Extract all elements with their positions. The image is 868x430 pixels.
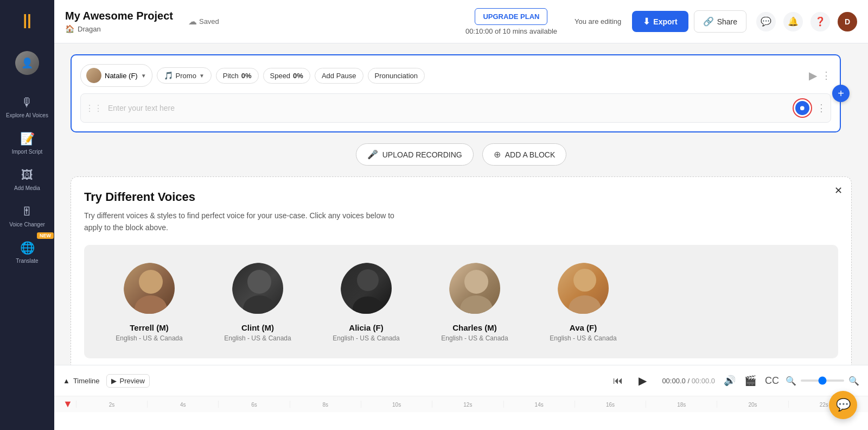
sidebar-item-voice-changer[interactable]: 🎚 Voice Changer <box>3 199 52 233</box>
text-more-button[interactable]: ⋮ <box>816 102 826 114</box>
record-button[interactable]: ⏺ <box>794 99 811 117</box>
voices-grid: Terrell (M) English - US & Canada Clint … <box>84 245 838 358</box>
topbar-left: My Awesome Project 🏠 Dragan <box>65 10 177 33</box>
tick-2s: 2s <box>76 401 147 408</box>
svg-point-0 <box>139 270 163 294</box>
block-toolbar: Natalie (F) ▼ 🎵 Promo ▼ Pitch 0% Speed 0… <box>80 64 831 87</box>
voice-card-alicia[interactable]: Alicia (F) English - US & Canada <box>312 256 420 347</box>
user-menu-button[interactable]: D <box>838 12 857 31</box>
style-promo-button[interactable]: 🎵 Promo ▼ <box>157 67 212 84</box>
share-label: Share <box>717 17 737 26</box>
play-pause-button[interactable]: ▶ <box>631 370 653 391</box>
voice-card-terrell[interactable]: Terrell (M) English - US & Canada <box>95 256 203 347</box>
pronunciation-label: Pronunciation <box>375 72 418 80</box>
cloud-icon: ☁ <box>188 16 197 27</box>
topbar: My Awesome Project 🏠 Dragan ☁ Saved UPGR… <box>54 0 868 43</box>
upload-recording-label: UPLOAD RECORDING <box>382 150 462 159</box>
pitch-value: 0% <box>241 72 252 80</box>
help-button[interactable]: ❓ <box>810 12 830 31</box>
export-icon: ⬇ <box>643 16 650 27</box>
timeline-toggle[interactable]: ▲ Timeline <box>63 377 100 385</box>
notifications-button[interactable]: 🔔 <box>783 12 803 31</box>
voice-image-clint <box>232 263 285 315</box>
main-content: Natalie (F) ▼ 🎵 Promo ▼ Pitch 0% Speed 0… <box>54 43 868 365</box>
upgrade-plan-button[interactable]: UPGRADE PLAN <box>475 8 547 25</box>
style-label: Promo <box>176 72 196 80</box>
voice-card-locale-terrell: English - US & Canada <box>116 334 182 342</box>
topbar-icons: 💬 🔔 ❓ D <box>756 12 857 31</box>
sidebar-item-avatar[interactable]: 👤 <box>3 46 52 85</box>
timeline-right: 🔍 🔍 <box>786 376 859 386</box>
clapper-button[interactable]: 🎬 <box>744 375 756 387</box>
upload-recording-button[interactable]: 🎤 UPLOAD RECORDING <box>356 143 474 166</box>
add-block-label: ADD A BLOCK <box>505 150 556 159</box>
try-voices-description: Try different voices & styles to find pe… <box>84 210 410 234</box>
export-label: Export <box>653 17 677 26</box>
sidebar-item-label: Voice Changer <box>9 221 45 228</box>
volume-button[interactable]: 🔊 <box>724 375 736 387</box>
tick-8s: 8s <box>290 401 361 408</box>
voice-card-locale-clint: English - US & Canada <box>224 334 291 342</box>
zoom-slider[interactable] <box>801 380 844 382</box>
add-block-floating-button[interactable]: + <box>832 85 850 102</box>
voice-card-charles[interactable]: Charles (M) English - US & Canada <box>420 256 529 347</box>
voice-card-locale-ava: English - US & Canada <box>550 334 616 342</box>
skip-back-button[interactable]: ⏮ <box>613 375 623 387</box>
speed-button[interactable]: Speed 0% <box>263 68 310 84</box>
sidebar-item-translate[interactable]: 🌐 Translate NEW <box>3 236 52 270</box>
chat-icon-button[interactable]: 💬 <box>756 12 776 31</box>
plus-circle-icon: ⊕ <box>494 149 501 160</box>
export-button[interactable]: ⬇ Export <box>632 11 688 32</box>
preview-label: Preview <box>120 377 145 385</box>
playback-controls: ⏮ ▶ 00:00.0 / 00:00.0 🔊 🎬 CC <box>613 370 779 391</box>
sidebar: || 👤 🎙 Explore AI Voices 📝 Import Script… <box>0 0 54 430</box>
voice-card-name-alicia: Alicia (F) <box>349 323 383 332</box>
text-input-placeholder[interactable]: Enter your text here <box>108 104 788 112</box>
sidebar-item-add-media[interactable]: 🖼 Add Media <box>3 163 52 197</box>
share-icon: 🔗 <box>703 16 714 27</box>
voice-avatar-image <box>86 68 101 83</box>
breadcrumb-row: 🏠 Dragan <box>65 24 177 33</box>
block-more-button[interactable]: ⋮ <box>821 69 831 81</box>
tick-20s: 20s <box>717 401 788 408</box>
share-button[interactable]: 🔗 Share <box>694 10 746 33</box>
topbar-center: UPGRADE PLAN 00:10:00 of 10 mins availab… <box>465 8 557 35</box>
explore-ai-icon: 🎙 <box>21 96 33 110</box>
add-pause-label: Add Pause <box>322 72 356 80</box>
timeline-ruler: ▼ 2s 4s 6s 8s 10s 12s 14s 16s 18s 20s 22… <box>54 396 868 412</box>
svg-point-6 <box>357 269 379 291</box>
sidebar-item-import-script[interactable]: 📝 Import Script <box>3 127 52 161</box>
voice-avatar <box>86 68 101 83</box>
close-try-voices-button[interactable]: ✕ <box>834 186 843 195</box>
voice-card-ava[interactable]: Ava (F) English - US & Canada <box>529 256 637 347</box>
pitch-label: Pitch <box>223 72 239 80</box>
block-text-area[interactable]: ⋮⋮ Enter your text here ⏺ ⋮ <box>80 93 831 123</box>
voice-selector[interactable]: Natalie (F) ▼ <box>80 64 152 87</box>
voice-circle-ava <box>556 261 610 315</box>
promo-icon: 🎵 <box>164 71 173 80</box>
pitch-button[interactable]: Pitch 0% <box>216 68 259 84</box>
ruler-ticks: 2s 4s 6s 8s 10s 12s 14s 16s 18s 20s 22s <box>76 401 859 408</box>
time-separator: / <box>687 377 691 385</box>
add-pause-button[interactable]: Add Pause <box>315 68 363 84</box>
tick-16s: 16s <box>575 401 646 408</box>
pronunciation-button[interactable]: Pronunciation <box>368 68 425 84</box>
captions-button[interactable]: CC <box>765 375 779 387</box>
sidebar-item-explore-ai[interactable]: 🎙 Explore AI Voices <box>3 90 52 124</box>
preview-button[interactable]: ▶ Preview <box>106 374 150 388</box>
tick-12s: 12s <box>432 401 503 408</box>
voice-image-alicia <box>341 263 393 315</box>
zoom-out-button[interactable]: 🔍 <box>786 376 796 386</box>
sidebar-item-label: Import Script <box>12 148 43 155</box>
block-play-button[interactable]: ▶ <box>809 69 817 82</box>
voice-card-clint[interactable]: Clint (M) English - US & Canada <box>203 256 312 347</box>
add-a-block-button[interactable]: ⊕ ADD A BLOCK <box>482 143 567 166</box>
zoom-in-button[interactable]: 🔍 <box>848 376 859 386</box>
sidebar-item-label: Add Media <box>14 185 40 192</box>
record-icon: ⏺ <box>799 104 806 112</box>
time-display: 00:00.0 / 00:00.0 <box>662 377 715 385</box>
voice-card-locale-charles: English - US & Canada <box>441 334 508 342</box>
zoom-controls: 🔍 🔍 <box>786 376 859 386</box>
chat-support-button[interactable]: 💬 <box>829 391 857 419</box>
block-editor: Natalie (F) ▼ 🎵 Promo ▼ Pitch 0% Speed 0… <box>71 54 841 132</box>
